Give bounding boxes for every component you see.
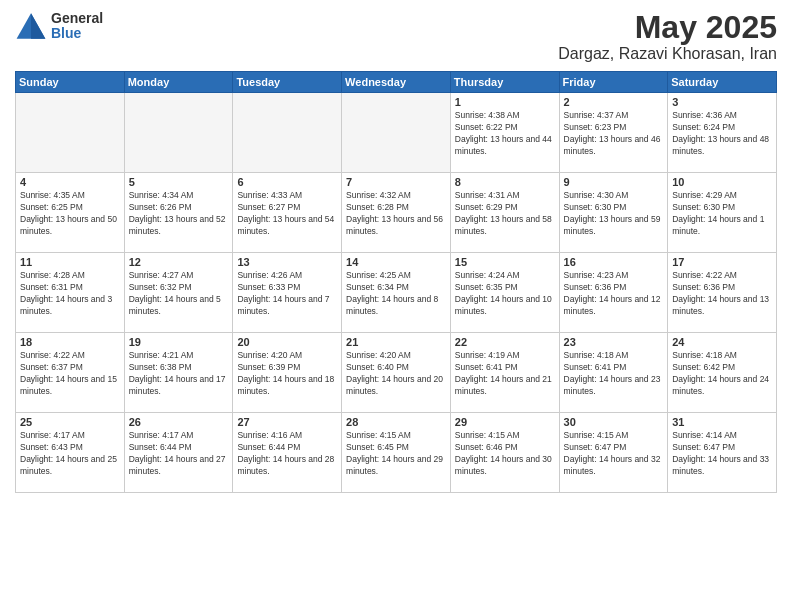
calendar-cell: 21Sunrise: 4:20 AM Sunset: 6:40 PM Dayli… — [342, 333, 451, 413]
day-number: 24 — [672, 336, 772, 348]
calendar-cell: 15Sunrise: 4:24 AM Sunset: 6:35 PM Dayli… — [450, 253, 559, 333]
weekday-header-row: SundayMondayTuesdayWednesdayThursdayFrid… — [16, 72, 777, 93]
day-info: Sunrise: 4:22 AM Sunset: 6:36 PM Dayligh… — [672, 270, 772, 318]
day-number: 31 — [672, 416, 772, 428]
weekday-header-sunday: Sunday — [16, 72, 125, 93]
calendar-table: SundayMondayTuesdayWednesdayThursdayFrid… — [15, 71, 777, 493]
calendar-cell: 14Sunrise: 4:25 AM Sunset: 6:34 PM Dayli… — [342, 253, 451, 333]
logo: General Blue — [15, 10, 103, 42]
day-info: Sunrise: 4:29 AM Sunset: 6:30 PM Dayligh… — [672, 190, 772, 238]
day-info: Sunrise: 4:22 AM Sunset: 6:37 PM Dayligh… — [20, 350, 120, 398]
logo-icon — [15, 10, 47, 42]
calendar-cell — [342, 93, 451, 173]
day-info: Sunrise: 4:17 AM Sunset: 6:44 PM Dayligh… — [129, 430, 229, 478]
logo-blue-text: Blue — [51, 26, 103, 41]
calendar-cell: 16Sunrise: 4:23 AM Sunset: 6:36 PM Dayli… — [559, 253, 668, 333]
calendar-cell: 18Sunrise: 4:22 AM Sunset: 6:37 PM Dayli… — [16, 333, 125, 413]
logo-general-text: General — [51, 11, 103, 26]
calendar-cell: 28Sunrise: 4:15 AM Sunset: 6:45 PM Dayli… — [342, 413, 451, 493]
day-number: 10 — [672, 176, 772, 188]
calendar-cell: 8Sunrise: 4:31 AM Sunset: 6:29 PM Daylig… — [450, 173, 559, 253]
day-number: 6 — [237, 176, 337, 188]
day-info: Sunrise: 4:35 AM Sunset: 6:25 PM Dayligh… — [20, 190, 120, 238]
weekday-header-friday: Friday — [559, 72, 668, 93]
day-number: 18 — [20, 336, 120, 348]
calendar-cell: 24Sunrise: 4:18 AM Sunset: 6:42 PM Dayli… — [668, 333, 777, 413]
day-number: 4 — [20, 176, 120, 188]
calendar-cell: 3Sunrise: 4:36 AM Sunset: 6:24 PM Daylig… — [668, 93, 777, 173]
day-info: Sunrise: 4:28 AM Sunset: 6:31 PM Dayligh… — [20, 270, 120, 318]
day-number: 11 — [20, 256, 120, 268]
day-number: 23 — [564, 336, 664, 348]
logo-text: General Blue — [51, 11, 103, 42]
calendar-cell: 22Sunrise: 4:19 AM Sunset: 6:41 PM Dayli… — [450, 333, 559, 413]
day-number: 2 — [564, 96, 664, 108]
calendar-cell: 2Sunrise: 4:37 AM Sunset: 6:23 PM Daylig… — [559, 93, 668, 173]
page: General Blue May 2025 Dargaz, Razavi Kho… — [0, 0, 792, 612]
header: General Blue May 2025 Dargaz, Razavi Kho… — [15, 10, 777, 63]
calendar-cell: 4Sunrise: 4:35 AM Sunset: 6:25 PM Daylig… — [16, 173, 125, 253]
calendar-cell: 17Sunrise: 4:22 AM Sunset: 6:36 PM Dayli… — [668, 253, 777, 333]
location-title: Dargaz, Razavi Khorasan, Iran — [558, 45, 777, 63]
calendar-cell: 20Sunrise: 4:20 AM Sunset: 6:39 PM Dayli… — [233, 333, 342, 413]
calendar-cell: 13Sunrise: 4:26 AM Sunset: 6:33 PM Dayli… — [233, 253, 342, 333]
calendar-week-5: 25Sunrise: 4:17 AM Sunset: 6:43 PM Dayli… — [16, 413, 777, 493]
day-number: 29 — [455, 416, 555, 428]
day-number: 19 — [129, 336, 229, 348]
day-info: Sunrise: 4:23 AM Sunset: 6:36 PM Dayligh… — [564, 270, 664, 318]
day-info: Sunrise: 4:34 AM Sunset: 6:26 PM Dayligh… — [129, 190, 229, 238]
calendar-week-3: 11Sunrise: 4:28 AM Sunset: 6:31 PM Dayli… — [16, 253, 777, 333]
calendar-cell: 7Sunrise: 4:32 AM Sunset: 6:28 PM Daylig… — [342, 173, 451, 253]
calendar-cell: 31Sunrise: 4:14 AM Sunset: 6:47 PM Dayli… — [668, 413, 777, 493]
month-title: May 2025 — [558, 10, 777, 45]
title-area: May 2025 Dargaz, Razavi Khorasan, Iran — [558, 10, 777, 63]
svg-marker-1 — [31, 13, 45, 39]
day-info: Sunrise: 4:31 AM Sunset: 6:29 PM Dayligh… — [455, 190, 555, 238]
day-info: Sunrise: 4:26 AM Sunset: 6:33 PM Dayligh… — [237, 270, 337, 318]
calendar-cell: 19Sunrise: 4:21 AM Sunset: 6:38 PM Dayli… — [124, 333, 233, 413]
calendar-week-4: 18Sunrise: 4:22 AM Sunset: 6:37 PM Dayli… — [16, 333, 777, 413]
day-number: 27 — [237, 416, 337, 428]
weekday-header-saturday: Saturday — [668, 72, 777, 93]
weekday-header-monday: Monday — [124, 72, 233, 93]
calendar-cell: 11Sunrise: 4:28 AM Sunset: 6:31 PM Dayli… — [16, 253, 125, 333]
calendar-week-2: 4Sunrise: 4:35 AM Sunset: 6:25 PM Daylig… — [16, 173, 777, 253]
day-info: Sunrise: 4:20 AM Sunset: 6:39 PM Dayligh… — [237, 350, 337, 398]
calendar-cell: 6Sunrise: 4:33 AM Sunset: 6:27 PM Daylig… — [233, 173, 342, 253]
day-number: 3 — [672, 96, 772, 108]
day-number: 21 — [346, 336, 446, 348]
day-info: Sunrise: 4:15 AM Sunset: 6:47 PM Dayligh… — [564, 430, 664, 478]
day-number: 26 — [129, 416, 229, 428]
calendar-cell: 5Sunrise: 4:34 AM Sunset: 6:26 PM Daylig… — [124, 173, 233, 253]
day-number: 9 — [564, 176, 664, 188]
day-info: Sunrise: 4:19 AM Sunset: 6:41 PM Dayligh… — [455, 350, 555, 398]
weekday-header-thursday: Thursday — [450, 72, 559, 93]
day-number: 17 — [672, 256, 772, 268]
day-info: Sunrise: 4:27 AM Sunset: 6:32 PM Dayligh… — [129, 270, 229, 318]
day-info: Sunrise: 4:32 AM Sunset: 6:28 PM Dayligh… — [346, 190, 446, 238]
day-number: 15 — [455, 256, 555, 268]
day-info: Sunrise: 4:38 AM Sunset: 6:22 PM Dayligh… — [455, 110, 555, 158]
calendar-cell: 1Sunrise: 4:38 AM Sunset: 6:22 PM Daylig… — [450, 93, 559, 173]
calendar-cell: 30Sunrise: 4:15 AM Sunset: 6:47 PM Dayli… — [559, 413, 668, 493]
day-info: Sunrise: 4:30 AM Sunset: 6:30 PM Dayligh… — [564, 190, 664, 238]
calendar-week-1: 1Sunrise: 4:38 AM Sunset: 6:22 PM Daylig… — [16, 93, 777, 173]
calendar-cell: 23Sunrise: 4:18 AM Sunset: 6:41 PM Dayli… — [559, 333, 668, 413]
day-number: 28 — [346, 416, 446, 428]
day-info: Sunrise: 4:18 AM Sunset: 6:42 PM Dayligh… — [672, 350, 772, 398]
calendar-cell — [16, 93, 125, 173]
day-number: 20 — [237, 336, 337, 348]
day-info: Sunrise: 4:24 AM Sunset: 6:35 PM Dayligh… — [455, 270, 555, 318]
day-info: Sunrise: 4:15 AM Sunset: 6:45 PM Dayligh… — [346, 430, 446, 478]
day-info: Sunrise: 4:21 AM Sunset: 6:38 PM Dayligh… — [129, 350, 229, 398]
day-info: Sunrise: 4:37 AM Sunset: 6:23 PM Dayligh… — [564, 110, 664, 158]
day-info: Sunrise: 4:18 AM Sunset: 6:41 PM Dayligh… — [564, 350, 664, 398]
calendar-cell: 29Sunrise: 4:15 AM Sunset: 6:46 PM Dayli… — [450, 413, 559, 493]
day-info: Sunrise: 4:33 AM Sunset: 6:27 PM Dayligh… — [237, 190, 337, 238]
day-number: 14 — [346, 256, 446, 268]
calendar-cell: 27Sunrise: 4:16 AM Sunset: 6:44 PM Dayli… — [233, 413, 342, 493]
day-number: 12 — [129, 256, 229, 268]
day-number: 1 — [455, 96, 555, 108]
day-number: 5 — [129, 176, 229, 188]
day-info: Sunrise: 4:14 AM Sunset: 6:47 PM Dayligh… — [672, 430, 772, 478]
